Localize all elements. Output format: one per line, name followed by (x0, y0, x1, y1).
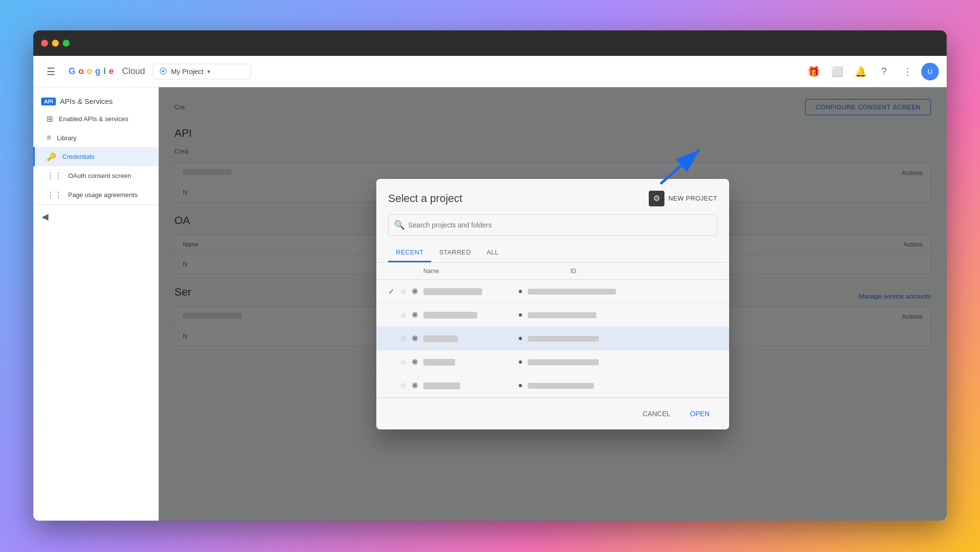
hamburger-icon: ☰ (47, 66, 55, 77)
sidebar-item-label: Credentials (62, 153, 95, 160)
star-icon[interactable]: ☆ (400, 381, 412, 390)
sidebar-item-page-usage[interactable]: ⋮⋮ Page usage agreements (33, 185, 158, 204)
project-name-cell (423, 311, 518, 319)
project-name-label: My Project (171, 68, 203, 75)
id-column-header: ID (570, 268, 717, 275)
content-area: API APIs & Services ⊞ Enabled APIs & ser… (33, 87, 947, 521)
dialog-tabs: RECENT STARRED ALL (376, 244, 729, 263)
new-project-icon: ⚙ (649, 191, 664, 206)
more-icon: ⋮ (903, 66, 912, 77)
maximize-button[interactable] (63, 40, 70, 47)
dots-icon[interactable]: ❋ (412, 287, 423, 296)
app-window: ☰ Google Cloud ⦿ My Project ▾ 🎁 ⬜ 🔔 (33, 30, 947, 521)
gift-button[interactable]: 🎁 (804, 62, 823, 81)
more-button[interactable]: ⋮ (898, 62, 917, 81)
search-input[interactable] (388, 214, 717, 236)
help-icon: ● (518, 310, 528, 319)
sidebar-item-library[interactable]: ≡ Library (33, 128, 158, 147)
enabled-apis-icon: ⊞ (47, 114, 53, 124)
help-icon: ● (518, 287, 528, 296)
project-icon: ⦿ (159, 67, 167, 76)
page-usage-icon: ⋮⋮ (47, 190, 62, 200)
project-id-cell (528, 311, 717, 319)
name-blur (423, 359, 455, 366)
star-icon[interactable]: ☆ (400, 287, 412, 296)
terminal-button[interactable]: ⬜ (827, 62, 847, 81)
terminal-icon: ⬜ (831, 66, 843, 77)
tab-recent[interactable]: RECENT (388, 244, 431, 262)
collapse-sidebar-button[interactable]: ◀ (37, 209, 53, 225)
project-row[interactable]: ☆ ❋ ● (376, 374, 729, 398)
sidebar: API APIs & Services ⊞ Enabled APIs & ser… (33, 87, 159, 521)
cancel-button[interactable]: CANCEL (635, 406, 679, 422)
project-name-cell (423, 381, 518, 389)
sidebar-title: APIs & Services (60, 97, 113, 105)
close-button[interactable] (41, 40, 48, 47)
name-column-header: Name (423, 268, 570, 275)
id-blur (528, 289, 616, 295)
project-list: Name ID ✓ ☆ ❋ ● (376, 263, 729, 398)
project-list-header: Name ID (376, 263, 729, 280)
project-row[interactable]: ✓ ☆ ❋ ● (376, 280, 729, 303)
gift-icon: 🎁 (808, 66, 820, 77)
minimize-button[interactable] (52, 40, 59, 47)
project-name-cell (423, 287, 518, 295)
check-icon: ✓ (388, 287, 400, 296)
dots-icon[interactable]: ❋ (412, 381, 423, 390)
tab-starred[interactable]: STARRED (431, 244, 479, 262)
bell-icon: 🔔 (855, 66, 867, 77)
sidebar-item-enabled-apis[interactable]: ⊞ Enabled APIs & services (33, 109, 158, 128)
project-selector[interactable]: ⦿ My Project ▾ (153, 64, 251, 79)
top-bar-actions: 🎁 ⬜ 🔔 ? ⋮ U (804, 62, 939, 81)
sidebar-item-oauth-consent[interactable]: ⋮⋮ OAuth consent screen (33, 166, 158, 185)
sidebar-item-label: Library (57, 134, 76, 142)
select-project-dialog: Select a project ⚙ NEW PROJECT 🔍 (376, 179, 729, 429)
name-blur (423, 382, 460, 389)
new-project-button[interactable]: ⚙ NEW PROJECT (649, 191, 717, 206)
bell-button[interactable]: 🔔 (851, 62, 870, 81)
star-icon[interactable]: ☆ (400, 334, 412, 343)
dialog-title: Select a project (388, 192, 463, 205)
help-icon: ● (518, 381, 528, 390)
avatar[interactable]: U (921, 63, 939, 80)
project-row[interactable]: ☆ ❋ ● (376, 327, 729, 351)
sidebar-item-credentials[interactable]: 🔑 Credentials (33, 147, 158, 166)
sidebar-item-label: Enabled APIs & services (59, 115, 128, 123)
help-icon: ● (518, 357, 528, 366)
tab-all[interactable]: ALL (479, 244, 507, 262)
name-blur (423, 312, 477, 319)
oauth-icon: ⋮⋮ (47, 171, 62, 180)
sidebar-header: API APIs & Services (33, 91, 158, 109)
dots-icon[interactable]: ❋ (412, 334, 423, 343)
dots-icon[interactable]: ❋ (412, 357, 423, 367)
chevron-down-icon: ▾ (207, 68, 210, 75)
project-name-cell (423, 358, 518, 366)
id-blur (528, 336, 599, 342)
dialog-header: Select a project ⚙ NEW PROJECT (376, 179, 729, 214)
search-icon: 🔍 (394, 220, 405, 230)
sidebar-footer: ◀ (33, 204, 158, 228)
name-blur (423, 288, 482, 295)
dialog-footer: CANCEL OPEN (376, 398, 729, 429)
credentials-icon: 🔑 (47, 152, 56, 161)
menu-button[interactable]: ☰ (41, 62, 61, 81)
top-bar: ☰ Google Cloud ⦿ My Project ▾ 🎁 ⬜ 🔔 (33, 56, 947, 87)
help-icon: ● (518, 334, 528, 343)
dots-icon[interactable]: ❋ (412, 310, 423, 320)
open-button[interactable]: OPEN (682, 406, 717, 422)
project-row[interactable]: ☆ ❋ ● (376, 303, 729, 327)
sidebar-item-label: OAuth consent screen (68, 172, 131, 179)
dialog-search: 🔍 (388, 214, 717, 236)
id-blur (528, 383, 594, 389)
star-icon[interactable]: ☆ (400, 310, 412, 320)
app-layout: ☰ Google Cloud ⦿ My Project ▾ 🎁 ⬜ 🔔 (33, 56, 947, 521)
api-badge: API (41, 98, 56, 105)
project-row[interactable]: ☆ ❋ ● (376, 351, 729, 374)
main-content: Cre CONFIGURE CONSENT SCREEN API Crea Ac… (159, 87, 947, 521)
help-button[interactable]: ? (874, 62, 894, 81)
id-blur (528, 312, 596, 318)
id-blur (528, 359, 599, 365)
new-project-label: NEW PROJECT (668, 195, 717, 202)
star-icon[interactable]: ☆ (400, 357, 412, 367)
collapse-icon: ◀ (42, 211, 49, 222)
